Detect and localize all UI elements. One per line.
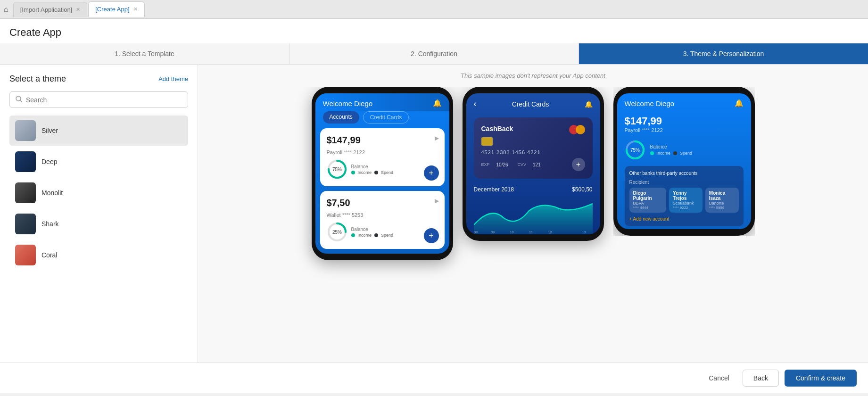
preview-notice: This sample images don't represent your …	[198, 65, 868, 87]
theme-name-monolit: Monolit	[41, 189, 63, 197]
screen1-title: Welcome Diego	[323, 99, 373, 107]
phone-frame-2: ‹ Credit Cards 🔔 CashBack	[463, 87, 604, 241]
panel-title: Select a theme	[9, 74, 66, 84]
banks-recip: Recipient	[629, 180, 739, 185]
income-dot-3	[650, 151, 654, 155]
add-card-btn[interactable]: +	[572, 158, 585, 171]
main-layout: Select a theme Add theme Silver Deep	[0, 65, 868, 363]
cc-expiry: 10/26	[496, 162, 508, 167]
screen3-title: Welcome Diego	[625, 99, 675, 107]
banks-title: Other banks third-party accounts	[629, 171, 739, 176]
month-amount: $500,50	[572, 186, 592, 193]
bank-card-1: Diego Pulgarin BBVA **** 4444	[629, 188, 667, 213]
bank-card-bank-2: Scotiabank	[673, 201, 699, 206]
card-balance-row-1: 75% Balance Income	[327, 159, 438, 180]
tab-import-application[interactable]: [Import Application] ✕	[13, 2, 88, 17]
legend-row-1: Income Spend	[351, 170, 394, 175]
bell-icon-1: 🔔	[433, 99, 442, 107]
legend-income-dot	[351, 171, 355, 174]
theme-item-monolit[interactable]: Monolit	[9, 178, 188, 208]
card-amount-1: $147,99	[327, 135, 438, 146]
phones-container: Welcome Diego 🔔 Accounts Credit Cards ▶ …	[198, 87, 868, 363]
search-box	[9, 91, 188, 108]
svg-text:13: 13	[582, 230, 586, 234]
cc-row: EXP 10/26 CVV 121	[481, 162, 541, 167]
tab-bar: ⌂ [Import Application] ✕ [Create App] ✕	[0, 0, 868, 19]
screen1-tab-creditcards[interactable]: Credit Cards	[363, 111, 409, 124]
card-amount-2: $7,50	[327, 198, 438, 208]
screen3-amount: $147,99 Payroll **** 2122	[617, 111, 751, 137]
phone-screen-1: Welcome Diego 🔔 Accounts Credit Cards ▶ …	[315, 93, 449, 254]
screen3-banks: Other banks third-party accounts Recipie…	[625, 166, 744, 226]
screen2-chart: 08 09 10 11 12 13	[466, 197, 600, 234]
screen2-header: ‹ Credit Cards 🔔	[466, 93, 600, 114]
theme-name-silver: Silver	[41, 127, 58, 134]
search-icon	[16, 96, 22, 104]
phone-screen-3: Welcome Diego 🔔 $147,99 Payroll **** 212…	[617, 93, 751, 229]
screen1-tabs: Accounts Credit Cards	[315, 111, 449, 128]
tab-create-app[interactable]: [Create App] ✕	[88, 1, 144, 17]
spend-dot-3	[673, 151, 677, 155]
screen1-header: Welcome Diego 🔔	[315, 93, 449, 111]
svg-text:08: 08	[474, 230, 478, 234]
theme-name-coral: Coral	[41, 251, 57, 259]
wizard-step-3[interactable]: 3. Theme & Personalization	[579, 43, 868, 64]
confirm-create-button[interactable]: Confirm & create	[785, 370, 857, 387]
back-icon[interactable]: ‹	[474, 99, 477, 109]
arrow-right-2: ▶	[435, 198, 439, 204]
tab-create-label: [Create App]	[95, 6, 129, 13]
right-panel: This sample images don't represent your …	[198, 65, 868, 363]
add-btn-2[interactable]: +	[424, 228, 439, 243]
cc-number: 4521 2303 1456 4221	[481, 149, 585, 155]
legend-spend-dot	[374, 171, 378, 174]
screen1-tab-accounts[interactable]: Accounts	[323, 111, 359, 124]
banks-cards: Diego Pulgarin BBVA **** 4444 Yenny Trej…	[629, 188, 739, 213]
bank-card-name-3: Monica Isaza	[709, 190, 735, 201]
card-item-1: ▶ $147,99 Payroll **** 2122 75%	[320, 128, 445, 186]
screen3-balance-legend: Balance Income Spend	[650, 144, 693, 156]
search-input[interactable]	[26, 96, 182, 104]
credit-card-visual: CashBack 4521 2303 1456 4221 EXP	[474, 117, 593, 179]
add-account[interactable]: + Add new account	[629, 216, 739, 222]
tab-import-close[interactable]: ✕	[76, 7, 80, 13]
circle-progress-1: 75%	[327, 159, 347, 180]
cc-bottom: EXP 10/26 CVV 121 +	[481, 158, 585, 171]
page-header: Create App	[0, 19, 868, 43]
screen3-header: Welcome Diego 🔔	[617, 93, 751, 111]
page-title: Create App	[9, 26, 859, 39]
theme-item-deep[interactable]: Deep	[9, 147, 188, 177]
bank-card-num-2: **** 9222	[673, 206, 699, 210]
tab-create-close[interactable]: ✕	[133, 6, 138, 12]
theme-thumb-coral	[15, 245, 36, 265]
cc-chip	[481, 137, 493, 146]
cancel-button[interactable]: Cancel	[701, 371, 737, 386]
phone-mockup-3: Welcome Diego 🔔 $147,99 Payroll **** 212…	[613, 87, 755, 236]
wizard-step-1[interactable]: 1. Select a Template	[0, 43, 289, 64]
wizard-step-2[interactable]: 2. Configuration	[289, 43, 579, 64]
home-icon[interactable]: ⌂	[4, 5, 8, 14]
add-btn-1[interactable]: +	[424, 165, 439, 181]
card-label-2: Wallet **** 5253	[327, 212, 438, 218]
back-button[interactable]: Back	[743, 370, 779, 387]
theme-item-shark[interactable]: Shark	[9, 209, 188, 239]
svg-text:11: 11	[529, 230, 533, 234]
card-item-2: ▶ $7,50 Wallet **** 5253 25%	[320, 191, 445, 249]
svg-text:10: 10	[510, 230, 513, 234]
theme-thumb-monolit	[15, 182, 36, 203]
screen1-cards: ▶ $147,99 Payroll **** 2122 75%	[315, 128, 449, 254]
theme-item-silver[interactable]: Silver	[9, 116, 188, 146]
legend-income-dot-2	[351, 233, 355, 237]
theme-item-coral[interactable]: Coral	[9, 240, 188, 270]
cc-cvv: 121	[533, 162, 541, 167]
balance-info-2: Balance Income Spend	[351, 227, 394, 238]
screen3-sub: Payroll **** 2122	[625, 127, 744, 133]
wizard: 1. Select a Template 2. Configuration 3.…	[0, 43, 868, 65]
svg-text:75%: 75%	[630, 148, 639, 153]
cc-logo	[569, 125, 585, 134]
card-label-1: Payroll **** 2122	[327, 149, 438, 155]
add-theme-link[interactable]: Add theme	[158, 75, 188, 82]
svg-line-1	[20, 100, 22, 102]
phone-screen-2: ‹ Credit Cards 🔔 CashBack	[466, 93, 600, 234]
screen2-info: December 2018 $500,50	[466, 182, 600, 197]
phone-mockup-2: ‹ Credit Cards 🔔 CashBack	[463, 87, 604, 241]
